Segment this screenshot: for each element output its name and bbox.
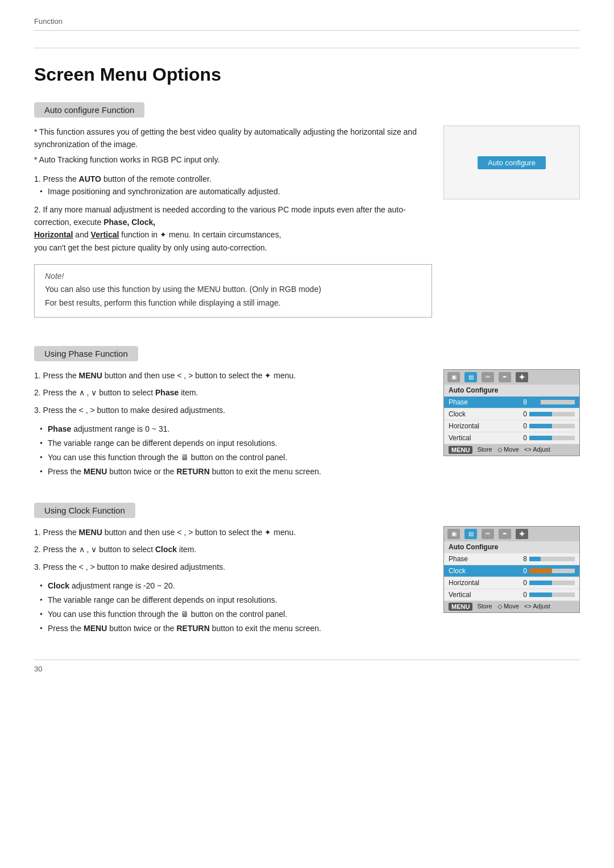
clock-menu-row-clock: Clock 0: [444, 565, 579, 577]
menu-row-horizontal: Horizontal 0: [444, 420, 579, 432]
phase-bullet-3: You can use this function through the 🖥 …: [40, 452, 432, 464]
clock-menu-footer: MENU Store ◇ Move <> Adjust: [444, 601, 579, 612]
menu-row-header: Auto Configure: [444, 385, 579, 397]
clock-menu-icons-row: ▣ ▤ ✏ ✒ ✦: [444, 527, 579, 541]
phase-bullets: Phase adjustment range is 0 ~ 31. The va…: [34, 423, 432, 478]
clock-icon-pencil2: ✒: [499, 529, 511, 539]
clock-icon-screen: ▤: [464, 529, 477, 539]
clock-bullet-4: Press the MENU button twice or the RETUR…: [40, 623, 432, 635]
phase-steps: 1. Press the MENU button and then use < …: [34, 369, 432, 416]
auto-configure-content: * This function assures you of getting t…: [34, 126, 580, 323]
menu-icons-row: ▣ ▤ ✏ ✒ ✦: [444, 370, 579, 385]
phase-bullet-2: The variable range can be different depe…: [40, 437, 432, 449]
icon-monitor: ▣: [447, 372, 460, 382]
menu-row-vertical: Vertical 0: [444, 432, 579, 444]
clock-menu-btn: MENU: [449, 603, 472, 611]
auto-configure-screenshot: Auto configure: [443, 126, 580, 199]
auto-configure-section: Auto configure Function * This function …: [34, 102, 580, 323]
menu-row-clock: Clock 0: [444, 408, 579, 420]
clock-bullets: Clock adjustment range is -20 ~ 20. The …: [34, 580, 432, 635]
clock-bullet-3: You can use this function through the 🖥 …: [40, 608, 432, 620]
clock-icon-cross: ✦: [516, 529, 528, 539]
icon-cross: ✦: [516, 372, 528, 382]
auto-configure-btn: Auto configure: [478, 156, 546, 169]
note-line-2: For best results, perform this function …: [45, 297, 421, 310]
phase-bullet-1: Phase adjustment range is 0 ~ 31.: [40, 423, 432, 435]
breadcrumb: Function: [34, 17, 580, 31]
phase-function-section: Using Phase Function 1. Press the MENU b…: [34, 346, 580, 480]
clock-step-3: 3. Press the < , > button to make desire…: [34, 561, 432, 573]
step-1-bullets: Image positioning and synchronization ar…: [34, 186, 432, 198]
clock-menu-row-header: Auto Configure: [444, 541, 579, 553]
clock-menu-row-horizontal: Horizontal 0: [444, 577, 579, 589]
auto-configure-intro: * This function assures you of getting t…: [34, 126, 432, 166]
clock-menu-screenshot: ▣ ▤ ✏ ✒ ✦ Auto Configure Phase 8: [443, 526, 580, 613]
phase-menu: ▣ ▤ ✏ ✒ ✦ Auto Configure Phase 8: [443, 369, 580, 456]
screenshot-box: Auto configure: [443, 126, 580, 199]
clock-icon-monitor: ▣: [447, 529, 460, 539]
step-1: 1. Press the AUTO button of the remote c…: [34, 173, 432, 197]
icon-pencil: ✏: [482, 372, 494, 382]
clock-step-2: 2. Press the ∧ , ∨ button to select Cloc…: [34, 543, 432, 556]
note-line-1: You can also use this function by using …: [45, 283, 421, 297]
phase-step-1: 1. Press the MENU button and then use < …: [34, 369, 432, 382]
phase-content: 1. Press the MENU button and then use < …: [34, 369, 580, 480]
page-wrapper: Function Screen Menu Options Auto config…: [0, 0, 614, 707]
clock-menu-row-vertical: Vertical 0: [444, 589, 579, 601]
footer-text: Store ◇ Move <> Adjust: [477, 446, 550, 453]
intro-bullet-1: * This function assures you of getting t…: [34, 126, 432, 151]
clock-function-section: Using Clock Function 1. Press the MENU b…: [34, 503, 580, 637]
phase-menu-footer: MENU Store ◇ Move <> Adjust: [444, 444, 579, 456]
auto-configure-steps: 1. Press the AUTO button of the remote c…: [34, 173, 432, 254]
icon-pencil2: ✒: [499, 372, 511, 382]
page-title: Screen Menu Options: [34, 64, 580, 85]
phase-menu-screenshot: ▣ ▤ ✏ ✒ ✦ Auto Configure Phase 8: [443, 369, 580, 456]
icon-screen: ▤: [464, 372, 477, 382]
auto-configure-text: * This function assures you of getting t…: [34, 126, 432, 323]
page-number: 30: [34, 660, 580, 673]
menu-btn: MENU: [449, 446, 472, 454]
clock-step-1: 1. Press the MENU button and then use < …: [34, 526, 432, 539]
clock-bullet-1: Clock adjustment range is -20 ~ 20.: [40, 580, 432, 592]
intro-bullet-2: * Auto Tracking function works in RGB PC…: [34, 153, 432, 166]
phase-step-3: 3. Press the < , > button to make desire…: [34, 404, 432, 416]
clock-steps: 1. Press the MENU button and then use < …: [34, 526, 432, 573]
auto-configure-header: Auto configure Function: [34, 102, 144, 118]
step-2: 2. If any more manual adjustment is need…: [34, 203, 432, 254]
phase-text: 1. Press the MENU button and then use < …: [34, 369, 432, 480]
clock-bullet-2: The variable range can be different depe…: [40, 594, 432, 606]
phase-step-2: 2. Press the ∧ , ∨ button to select Phas…: [34, 386, 432, 399]
clock-menu: ▣ ▤ ✏ ✒ ✦ Auto Configure Phase 8: [443, 526, 580, 613]
clock-header: Using Clock Function: [34, 503, 135, 518]
note-label: Note!: [45, 272, 421, 281]
phase-menu-body: Auto Configure Phase 8 Clock 0: [444, 385, 579, 444]
clock-menu-row-phase: Phase 8: [444, 553, 579, 565]
clock-text: 1. Press the MENU button and then use < …: [34, 526, 432, 637]
clock-content: 1. Press the MENU button and then use < …: [34, 526, 580, 637]
clock-footer-text: Store ◇ Move <> Adjust: [477, 603, 550, 610]
phase-header: Using Phase Function: [34, 346, 138, 361]
step-1-bullet-1: Image positioning and synchronization ar…: [40, 186, 432, 198]
phase-bullet-4: Press the MENU button twice or the RETUR…: [40, 466, 432, 478]
menu-row-phase: Phase 8: [444, 397, 579, 408]
clock-icon-pencil: ✏: [482, 529, 494, 539]
note-box: Note! You can also use this function by …: [34, 264, 432, 318]
clock-menu-body: Auto Configure Phase 8 Clock 0: [444, 541, 579, 601]
